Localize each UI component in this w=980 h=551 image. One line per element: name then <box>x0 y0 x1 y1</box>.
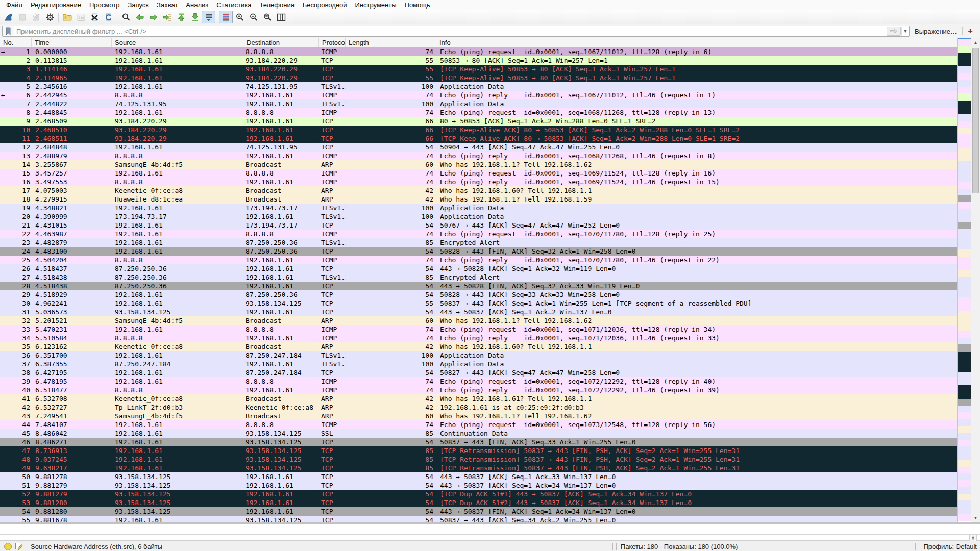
close-file-button[interactable] <box>88 11 102 23</box>
packet-row[interactable]: 174.075003Keenetic_0f:ce:a8BroadcastARP4… <box>0 186 957 195</box>
menu-item-11[interactable]: Помощь <box>401 1 434 10</box>
packet-row[interactable]: 376.38735587.250.247.184192.168.1.61TLSv… <box>0 360 957 368</box>
scroll-down-button[interactable]: ▼ <box>971 514 980 522</box>
packet-row[interactable]: 244.483100192.168.1.6187.250.250.36TCP54… <box>0 247 957 256</box>
open-file-button[interactable] <box>60 11 74 23</box>
column-header-info[interactable]: Info <box>436 38 957 47</box>
column-header-time[interactable]: Time <box>32 38 112 47</box>
packet-row[interactable]: 122.484848192.168.1.6174.125.131.95TCP54… <box>0 143 957 152</box>
packet-row[interactable]: 345.5105848.8.8.8192.168.1.61ICMP74Echo … <box>0 334 957 342</box>
stop-capture-button[interactable] <box>15 11 29 23</box>
packet-row[interactable]: 92.46850993.184.220.29192.168.1.61TCP668… <box>0 117 957 126</box>
packet-row[interactable]: 112.46851193.184.220.29192.168.1.61TCP66… <box>0 134 957 143</box>
go-to-packet-button[interactable] <box>160 11 174 23</box>
menu-item-10[interactable]: Инструменты <box>351 1 400 10</box>
packet-row[interactable]: 194.348821192.168.1.61173.194.73.17TLSv1… <box>0 204 957 212</box>
scrollbar-thumb[interactable] <box>972 48 979 193</box>
packet-row[interactable]: 335.470231192.168.1.618.8.8.8ICMP74Echo … <box>0 325 957 334</box>
capture-file-properties-icon[interactable] <box>15 542 23 550</box>
column-header-protocol[interactable]: Protocol <box>319 38 346 47</box>
resize-columns-button[interactable] <box>274 11 288 23</box>
vertical-scrollbar[interactable]: ▲ ▼ <box>971 38 980 522</box>
packet-row[interactable]: 214.431015192.168.1.61173.194.73.17TCP54… <box>0 221 957 230</box>
menu-item-6[interactable]: Анализ <box>182 1 212 10</box>
menu-item-7[interactable]: Статистика <box>212 1 255 10</box>
go-forward-button[interactable] <box>146 11 160 23</box>
packet-row[interactable]: 509.88127893.158.134.125192.168.1.61TCP5… <box>0 472 957 481</box>
packet-row[interactable]: 254.5042048.8.8.8192.168.1.61ICMP74Echo … <box>0 256 957 264</box>
packet-row[interactable]: 163.4975538.8.8.8192.168.1.61ICMP74Echo … <box>0 178 957 186</box>
expert-info-indicator[interactable] <box>4 543 12 550</box>
packet-details-pane[interactable]: [Protocols in frame: eth:ethertype:ip:ic… <box>0 524 980 534</box>
packet-row[interactable]: 529.88127993.158.134.125192.168.1.61TCP5… <box>0 490 957 498</box>
restart-capture-button[interactable] <box>29 11 43 23</box>
zoom-in-button[interactable] <box>233 11 247 23</box>
packet-row[interactable]: 224.463987192.168.1.618.8.8.8ICMP74Echo … <box>0 230 957 238</box>
packet-row[interactable]: 143.255867SamsungE_4b:4d:f5BroadcastARP6… <box>0 160 957 169</box>
auto-scroll-button[interactable] <box>202 11 215 23</box>
packet-row[interactable]: 549.88128093.158.134.125192.168.1.61TCP5… <box>0 507 957 516</box>
packet-row[interactable]: 62.4429458.8.8.8192.168.1.61ICMP74Echo (… <box>0 91 957 99</box>
packet-row[interactable]: 559.881678192.168.1.6193.158.134.125TCP5… <box>0 516 957 522</box>
packet-bytes-pane[interactable]: ▲▼ <box>0 535 980 541</box>
menu-item-4[interactable]: Запуск <box>124 1 153 10</box>
packet-row[interactable]: 396.478195192.168.1.618.8.8.8ICMP74Echo … <box>0 377 957 386</box>
save-file-button[interactable]: 010 <box>74 11 88 23</box>
packet-row[interactable]: 204.390999173.194.73.17192.168.1.61TLSv1… <box>0 212 957 221</box>
packet-row[interactable]: 437.249541SamsungE_4b:4d:f5BroadcastARP6… <box>0 412 957 420</box>
packet-row[interactable]: 356.123162Keenetic_0f:ce:a8BroadcastARP4… <box>0 342 957 351</box>
packet-row[interactable]: 489.037245192.168.1.6193.158.134.125TCP8… <box>0 455 957 464</box>
packet-row[interactable]: 468.486271192.168.1.6193.158.134.125TCP5… <box>0 438 957 446</box>
column-header-length[interactable]: Length <box>346 38 436 47</box>
packet-row[interactable]: 416.532708Keenetic_0f:ce:a8BroadcastARP4… <box>0 394 957 403</box>
menu-item-2[interactable]: Редактирование <box>27 1 85 10</box>
packet-row[interactable]: 72.44482274.125.131.95192.168.1.61TLSv1.… <box>0 99 957 108</box>
scroll-up-button[interactable]: ▲ <box>971 38 980 47</box>
packet-row[interactable]: 519.88127993.158.134.125192.168.1.61TCP5… <box>0 481 957 490</box>
packet-row[interactable]: 102.46851093.184.220.29192.168.1.61TCP66… <box>0 126 957 134</box>
packet-row[interactable]: 274.51843887.250.250.36192.168.1.61TLSv1… <box>0 273 957 282</box>
filter-dropdown-button[interactable]: ▼ <box>901 27 909 36</box>
packet-row[interactable]: 294.518929192.168.1.6187.250.250.36TCP54… <box>0 290 957 299</box>
bytes-pane-spinner[interactable]: ▲▼ <box>969 535 977 541</box>
add-filter-button[interactable]: + <box>963 26 978 36</box>
column-header-destination[interactable]: Destination <box>243 38 319 47</box>
reload-file-button[interactable] <box>102 11 115 23</box>
expression-button[interactable]: Выражение… <box>910 28 962 35</box>
packet-row[interactable]: 42.114965192.168.1.6193.184.220.29TCP55[… <box>0 73 957 82</box>
packet-row[interactable]: 386.427195192.168.1.6187.250.247.184TCP5… <box>0 368 957 377</box>
packet-row[interactable]: 153.457257192.168.1.618.8.8.8ICMP74Echo … <box>0 169 957 178</box>
menu-item-1[interactable]: Файл <box>2 1 27 10</box>
statusbar-grip-1[interactable] <box>612 543 617 550</box>
packet-row[interactable]: 499.638217192.168.1.6193.158.134.125TCP8… <box>0 464 957 472</box>
zoom-100-button[interactable] <box>260 11 274 23</box>
packet-row[interactable]: 325.201521SamsungE_4b:4d:f5BroadcastARP6… <box>0 316 957 325</box>
start-capture-button[interactable] <box>2 11 15 23</box>
packet-row[interactable]: 234.482879192.168.1.6187.250.250.36TLSv1… <box>0 238 957 247</box>
packet-row[interactable]: 31.114146192.168.1.6193.184.220.29TCP55[… <box>0 65 957 73</box>
packet-row[interactable]: 52.345616192.168.1.6174.125.131.95TLSv1.… <box>0 82 957 91</box>
packet-row[interactable]: 315.03657393.158.134.125192.168.1.61TCP5… <box>0 308 957 316</box>
apply-filter-button[interactable] <box>887 27 901 36</box>
menu-item-8[interactable]: Телефония <box>255 1 298 10</box>
packet-row[interactable]: 426.532727Tp-LinkT_2f:d0:b3Keenetic_0f:c… <box>0 403 957 412</box>
go-back-button[interactable] <box>133 11 146 23</box>
statusbar-grip-2[interactable] <box>915 543 919 550</box>
packet-row[interactable]: 264.51843787.250.250.36192.168.1.61TCP54… <box>0 264 957 273</box>
intelligent-scrollbar-minimap[interactable] <box>957 38 971 522</box>
packet-row[interactable]: 10.000000192.168.1.618.8.8.8ICMP74Echo (… <box>0 47 957 56</box>
column-header-source[interactable]: Source <box>112 38 243 47</box>
packet-row[interactable]: 132.4889798.8.8.8192.168.1.61ICMP74Echo … <box>0 152 957 160</box>
menu-item-5[interactable]: Захват <box>153 1 182 10</box>
go-last-button[interactable] <box>188 11 202 23</box>
packet-row[interactable]: 284.51843887.250.250.36192.168.1.61TCP54… <box>0 282 957 290</box>
column-header-no[interactable]: No. <box>0 38 32 47</box>
profile-status[interactable]: Профиль: Default <box>923 543 977 550</box>
packet-row[interactable]: 458.486042192.168.1.6193.158.134.125SSL8… <box>0 429 957 438</box>
go-first-button[interactable] <box>174 11 188 23</box>
zoom-out-button[interactable] <box>247 11 260 23</box>
packet-row[interactable]: 366.351700192.168.1.6187.250.247.184TLSv… <box>0 351 957 360</box>
packet-row[interactable]: 304.962241192.168.1.6193.158.134.125TCP5… <box>0 299 957 308</box>
capture-options-button[interactable] <box>43 11 57 23</box>
filter-bookmark-button[interactable] <box>3 26 14 36</box>
